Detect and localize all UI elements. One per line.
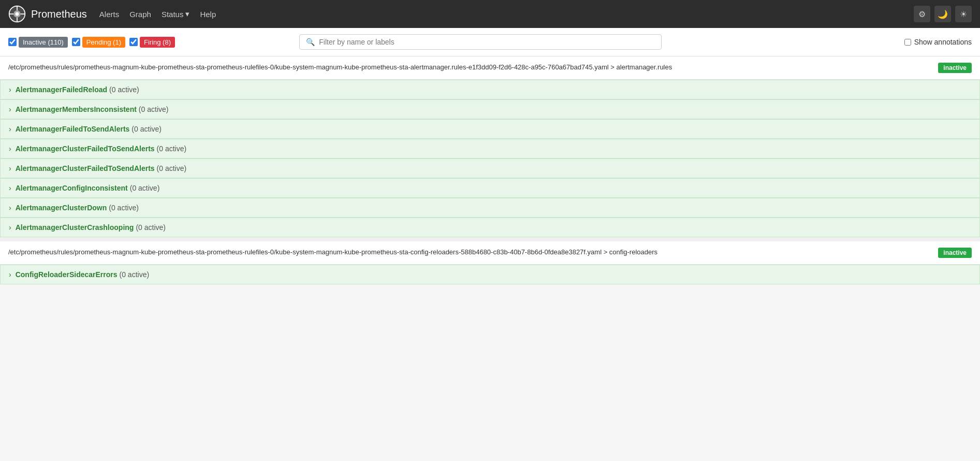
rule-name: AlertmanagerFailedReload: [16, 85, 107, 94]
pending-badge: Pending (1): [82, 37, 125, 48]
show-annotations-label: Show annotations: [914, 38, 972, 46]
inactive-badge: Inactive (110): [19, 37, 68, 48]
firing-badge-item: Firing (8): [129, 37, 175, 48]
search-container: 🔍: [299, 34, 662, 50]
chevron-icon: ›: [9, 105, 11, 113]
brand-link[interactable]: Prometheus: [8, 5, 87, 23]
rule-group-2-rules: › ConfigReloaderSidecarErrors (0 active): [0, 265, 980, 284]
nav-alerts[interactable]: Alerts: [99, 10, 119, 19]
search-input[interactable]: [319, 38, 655, 46]
rule-active-count: (0 active): [139, 105, 169, 113]
section-separator: [0, 237, 980, 241]
main-content: /etc/prometheus/rules/prometheus-magnum-…: [0, 56, 980, 284]
rule-name: AlertmanagerClusterDown: [16, 204, 107, 212]
rule-group-1-rules: › AlertmanagerFailedReload (0 active) › …: [0, 80, 980, 237]
chevron-icon: ›: [9, 270, 11, 279]
rule-active-count: (0 active): [109, 85, 139, 94]
list-item[interactable]: › AlertmanagerFailedReload (0 active): [0, 80, 980, 99]
rule-name: AlertmanagerClusterFailedToSendAlerts: [16, 145, 155, 153]
chevron-icon: ›: [9, 125, 11, 133]
rule-active-count: (0 active): [136, 223, 166, 232]
rule-name: AlertmanagerFailedToSendAlerts: [16, 125, 130, 133]
filter-badges: Inactive (110) Pending (1) Firing (8): [8, 37, 175, 48]
nav-help[interactable]: Help: [200, 10, 216, 19]
list-item[interactable]: › AlertmanagerClusterCrashlooping (0 act…: [0, 218, 980, 237]
rule-name: AlertmanagerConfigInconsistent: [16, 184, 128, 192]
list-item[interactable]: › ConfigReloaderSidecarErrors (0 active): [0, 265, 980, 284]
rule-name: ConfigReloaderSidecarErrors: [16, 270, 118, 279]
list-item[interactable]: › AlertmanagerClusterFailedToSendAlerts …: [0, 139, 980, 159]
show-annotations-container: Show annotations: [904, 38, 972, 46]
nav-icons: ⚙ 🌙 ☀: [914, 6, 972, 22]
rule-name: AlertmanagerMembersInconsistent: [16, 105, 137, 113]
settings-icon-button[interactable]: ⚙: [914, 6, 930, 22]
status-badge-2: inactive: [938, 248, 972, 258]
theme-dark-icon-button[interactable]: 🌙: [934, 6, 951, 22]
status-badge-1: inactive: [938, 63, 972, 73]
rule-active-count: (0 active): [130, 184, 160, 192]
rule-group-path-2: /etc/prometheus/rules/prometheus-magnum-…: [8, 248, 932, 257]
pending-badge-item: Pending (1): [72, 37, 125, 48]
prometheus-logo-icon: [8, 5, 26, 23]
rule-name: AlertmanagerClusterCrashlooping: [16, 223, 134, 232]
list-item[interactable]: › AlertmanagerClusterFailedToSendAlerts …: [0, 159, 980, 178]
list-item[interactable]: › AlertmanagerMembersInconsistent (0 act…: [0, 99, 980, 119]
filter-bar: Inactive (110) Pending (1) Firing (8) 🔍 …: [0, 28, 980, 56]
inactive-checkbox[interactable]: [8, 38, 17, 46]
nav-links: Alerts Graph Status ▾ Help: [99, 9, 216, 19]
rule-group-header-2: /etc/prometheus/rules/prometheus-magnum-…: [0, 241, 980, 265]
list-item[interactable]: › AlertmanagerFailedToSendAlerts (0 acti…: [0, 119, 980, 139]
rule-active-count: (0 active): [120, 270, 150, 279]
rule-name: AlertmanagerClusterFailedToSendAlerts: [16, 164, 155, 172]
chevron-icon: ›: [9, 204, 11, 212]
firing-badge: Firing (8): [140, 37, 175, 48]
chevron-icon: ›: [9, 164, 11, 172]
dropdown-arrow-icon: ▾: [185, 9, 189, 19]
firing-checkbox[interactable]: [129, 38, 138, 46]
navbar: Prometheus Alerts Graph Status ▾ Help ⚙ …: [0, 0, 980, 28]
pending-checkbox[interactable]: [72, 38, 80, 46]
list-item[interactable]: › AlertmanagerClusterDown (0 active): [0, 198, 980, 218]
rule-group-path-1: /etc/prometheus/rules/prometheus-magnum-…: [8, 63, 932, 72]
chevron-icon: ›: [9, 85, 11, 94]
chevron-icon: ›: [9, 145, 11, 153]
rule-active-count: (0 active): [131, 125, 162, 133]
list-item[interactable]: › AlertmanagerConfigInconsistent (0 acti…: [0, 178, 980, 198]
rule-group-header-1: /etc/prometheus/rules/prometheus-magnum-…: [0, 56, 980, 80]
nav-graph[interactable]: Graph: [129, 10, 151, 19]
rule-active-count: (0 active): [109, 204, 139, 212]
brand-name: Prometheus: [31, 8, 87, 20]
rule-active-count: (0 active): [157, 164, 187, 172]
search-icon: 🔍: [306, 38, 315, 46]
inactive-badge-item: Inactive (110): [8, 37, 68, 48]
nav-status-dropdown[interactable]: Status ▾: [162, 9, 190, 19]
svg-point-3: [16, 12, 19, 16]
rule-active-count: (0 active): [157, 145, 187, 153]
chevron-icon: ›: [9, 223, 11, 232]
show-annotations-checkbox[interactable]: [904, 39, 911, 46]
theme-light-icon-button[interactable]: ☀: [955, 6, 972, 22]
chevron-icon: ›: [9, 184, 11, 192]
